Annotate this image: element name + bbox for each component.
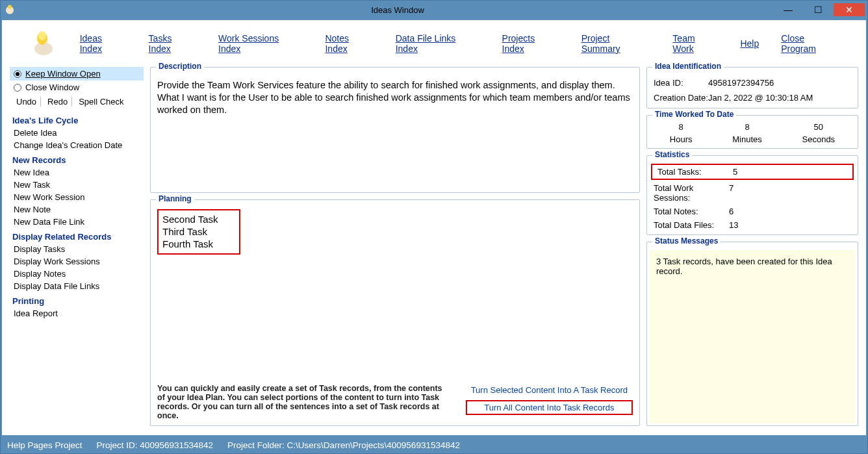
radio-icon	[14, 84, 21, 92]
planning-task-item: Second Task	[162, 213, 235, 225]
hours-value: 8	[670, 122, 693, 132]
planning-legend: Planning	[156, 194, 194, 203]
ideas-window: Ideas Window — ☐ ✕ Ideas Index Tasks Ind…	[0, 0, 868, 454]
identification-legend: Idea Identification	[652, 62, 724, 71]
status-messages-fieldset: Status Messages 3 Task records, have bee…	[646, 242, 858, 426]
radio-close-window[interactable]: Close Window	[10, 81, 144, 94]
status-message: 3 Task records, have been created for th…	[650, 250, 855, 423]
spell-check-button[interactable]: Spell Check	[75, 97, 127, 107]
lightbulb-head-icon	[27, 28, 58, 59]
maximize-button[interactable]: ☐	[804, 3, 832, 16]
menu-project-summary[interactable]: Project Summary	[581, 33, 651, 54]
radio-icon	[14, 70, 21, 78]
redo-button[interactable]: Redo	[44, 97, 72, 107]
menu-tasks-index[interactable]: Tasks Index	[149, 33, 196, 54]
planning-content[interactable]: Second Task Third Task Fourth Task You c…	[151, 200, 639, 425]
description-text[interactable]: Provide the Team Work Services feature t…	[151, 68, 639, 192]
time-worked-legend: Time Worked To Date	[652, 110, 736, 119]
menu-notes-index[interactable]: Notes Index	[325, 33, 373, 54]
svg-point-1	[8, 5, 12, 9]
total-work-sessions-label: Total Work Sessions:	[654, 183, 729, 203]
minutes-label: Minutes	[732, 134, 762, 144]
creation-date-label: Creation Date:	[654, 93, 708, 103]
link-display-tasks[interactable]: Display Tasks	[10, 243, 144, 255]
link-display-data-file-links[interactable]: Display Data File Links	[10, 280, 144, 292]
idea-id-value: 49581972394756	[708, 78, 774, 88]
menu-projects-index[interactable]: Projects Index	[502, 33, 559, 54]
link-new-work-session[interactable]: New Work Session	[10, 191, 144, 203]
link-new-data-file-link[interactable]: New Data File Link	[10, 216, 144, 228]
planning-hint: You can quickly and easily create a set …	[157, 384, 443, 420]
seconds-label: Seconds	[802, 134, 836, 144]
radio-label: Keep Window Open	[25, 69, 101, 79]
menu-help[interactable]: Help	[740, 38, 759, 49]
turn-all-button[interactable]: Turn All Content Into Task Records	[466, 400, 633, 415]
hours-label: Hours	[670, 134, 693, 144]
close-button[interactable]: ✕	[834, 3, 865, 16]
minutes-value: 8	[732, 122, 762, 132]
titlebar: Ideas Window — ☐ ✕	[1, 1, 867, 19]
creation-date-value: Jan 2, 2022 @ 10:30:18 AM	[708, 93, 813, 103]
undo-button[interactable]: Undo	[12, 97, 41, 107]
heading-display-related: Display Related Records	[10, 228, 144, 243]
menu-data-file-links-index[interactable]: Data File Links Index	[396, 33, 480, 54]
link-new-task[interactable]: New Task	[10, 179, 144, 191]
svg-point-4	[38, 31, 46, 40]
link-display-notes[interactable]: Display Notes	[10, 268, 144, 280]
menu-close-program[interactable]: Close Program	[781, 33, 841, 54]
link-idea-report[interactable]: Idea Report	[10, 307, 144, 320]
radio-label: Close Window	[25, 82, 79, 92]
menubar: Ideas Index Tasks Index Work Sessions In…	[2, 20, 866, 67]
link-new-idea[interactable]: New Idea	[10, 166, 144, 179]
planning-task-item: Fourth Task	[162, 238, 235, 250]
turn-selected-button[interactable]: Turn Selected Content Into A Task Record	[466, 384, 633, 396]
total-data-files-label: Total Data Files:	[654, 220, 729, 230]
link-delete-idea[interactable]: Delete Idea	[10, 127, 144, 139]
menu-ideas-index[interactable]: Ideas Index	[80, 33, 127, 54]
total-data-files-value: 13	[729, 220, 738, 230]
heading-new-records: New Records	[10, 151, 144, 166]
window-title: Ideas Window	[21, 5, 774, 15]
heading-life-cycle: Idea's Life Cycle	[10, 112, 144, 127]
status-project-folder: Project Folder: C:\Users\Darren\Projects…	[227, 440, 460, 450]
total-tasks-label: Total Tasks:	[657, 167, 733, 177]
status-help-pages[interactable]: Help Pages Project	[7, 440, 83, 450]
status-legend: Status Messages	[652, 236, 721, 246]
menu-team-work[interactable]: Team Work	[672, 33, 718, 54]
status-project-id: Project ID: 400956931534842	[97, 440, 213, 450]
minimize-button[interactable]: —	[774, 3, 802, 16]
sidebar: Keep Window Open Close Window Undo Redo …	[10, 67, 144, 433]
app-head-icon	[3, 3, 16, 16]
total-work-sessions-value: 7	[729, 183, 734, 203]
radio-keep-window-open[interactable]: Keep Window Open	[10, 67, 144, 81]
content-area: Ideas Index Tasks Index Work Sessions In…	[2, 20, 866, 435]
planning-task-item: Third Task	[162, 225, 235, 238]
identification-fieldset: Idea Identification Idea ID:495819723947…	[646, 67, 858, 108]
description-legend: Description	[156, 62, 204, 71]
time-worked-fieldset: Time Worked To Date 8Hours 8Minutes 50Se…	[646, 115, 858, 149]
seconds-value: 50	[802, 122, 836, 132]
statistics-legend: Statistics	[652, 150, 692, 159]
statistics-fieldset: Statistics Total Tasks:5 Total Work Sess…	[646, 155, 858, 235]
menu-work-sessions-index[interactable]: Work Sessions Index	[218, 33, 303, 54]
planning-task-list: Second Task Third Task Fourth Task	[157, 209, 240, 255]
planning-fieldset: Planning Second Task Third Task Fourth T…	[150, 199, 640, 426]
link-new-note[interactable]: New Note	[10, 203, 144, 216]
link-display-work-sessions[interactable]: Display Work Sessions	[10, 255, 144, 268]
link-change-creation-date[interactable]: Change Idea's Creation Date	[10, 139, 144, 151]
statusbar: Help Pages Project Project ID: 400956931…	[1, 436, 867, 453]
total-tasks-value: 5	[733, 167, 737, 177]
idea-id-label: Idea ID:	[654, 78, 708, 88]
description-fieldset: Description Provide the Team Work Servic…	[150, 67, 640, 193]
total-notes-value: 6	[729, 207, 734, 216]
heading-printing: Printing	[10, 292, 144, 307]
total-notes-label: Total Notes:	[654, 207, 729, 216]
